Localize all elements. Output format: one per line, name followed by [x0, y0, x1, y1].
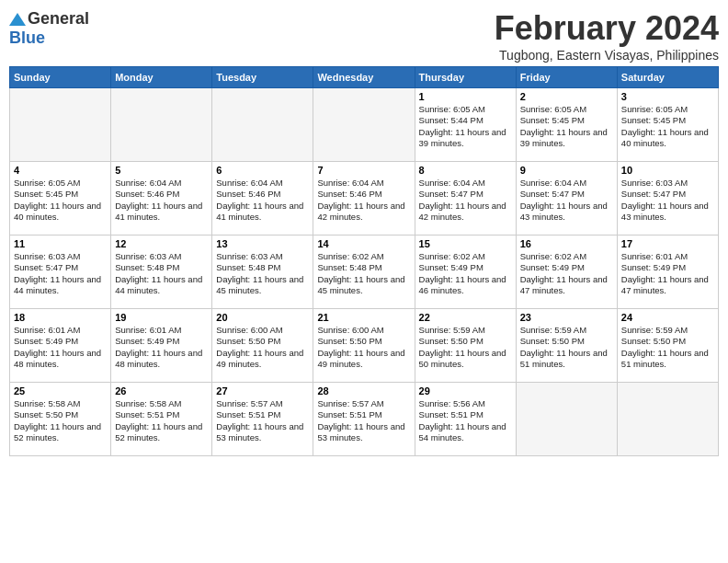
day-info: Sunrise: 5:58 AMSunset: 5:50 PMDaylight:… — [14, 398, 107, 443]
calendar-cell: 23Sunrise: 5:59 AMSunset: 5:50 PMDayligh… — [516, 309, 617, 383]
day-info: Sunrise: 6:04 AMSunset: 5:46 PMDaylight:… — [317, 178, 410, 223]
day-number: 9 — [520, 165, 613, 176]
calendar-cell — [111, 88, 212, 162]
day-number: 11 — [14, 238, 107, 249]
day-number: 20 — [216, 312, 309, 323]
calendar-cell: 25Sunrise: 5:58 AMSunset: 5:50 PMDayligh… — [10, 383, 111, 456]
day-number: 14 — [317, 238, 410, 249]
weekday-header-saturday: Saturday — [617, 67, 718, 88]
day-number: 29 — [419, 385, 512, 396]
day-info: Sunrise: 6:00 AMSunset: 5:50 PMDaylight:… — [317, 325, 410, 370]
day-info: Sunrise: 6:04 AMSunset: 5:46 PMDaylight:… — [115, 178, 208, 223]
calendar-cell: 14Sunrise: 6:02 AMSunset: 5:48 PMDayligh… — [313, 236, 415, 309]
day-number: 13 — [216, 238, 309, 249]
calendar-cell: 12Sunrise: 6:03 AMSunset: 5:48 PMDayligh… — [111, 236, 212, 309]
calendar-week-3: 11Sunrise: 6:03 AMSunset: 5:47 PMDayligh… — [10, 236, 719, 309]
day-number: 4 — [14, 165, 107, 176]
calendar-cell: 4Sunrise: 6:05 AMSunset: 5:45 PMDaylight… — [10, 162, 111, 236]
day-info: Sunrise: 6:03 AMSunset: 5:48 PMDaylight:… — [216, 251, 309, 296]
calendar-table: SundayMondayTuesdayWednesdayThursdayFrid… — [9, 66, 719, 456]
day-info: Sunrise: 5:57 AMSunset: 5:51 PMDaylight:… — [317, 398, 410, 443]
day-info: Sunrise: 6:04 AMSunset: 5:47 PMDaylight:… — [520, 178, 613, 223]
calendar-cell: 15Sunrise: 6:02 AMSunset: 5:49 PMDayligh… — [415, 236, 516, 309]
calendar-week-2: 4Sunrise: 6:05 AMSunset: 5:45 PMDaylight… — [10, 162, 719, 236]
day-number: 15 — [419, 238, 512, 249]
day-info: Sunrise: 5:58 AMSunset: 5:51 PMDaylight:… — [115, 398, 208, 443]
day-number: 3 — [621, 91, 714, 102]
day-number: 12 — [115, 238, 208, 249]
day-number: 16 — [520, 238, 613, 249]
day-number: 25 — [14, 385, 107, 396]
calendar-cell: 22Sunrise: 5:59 AMSunset: 5:50 PMDayligh… — [415, 309, 516, 383]
day-number: 1 — [419, 91, 512, 102]
day-number: 8 — [419, 165, 512, 176]
day-number: 2 — [520, 91, 613, 102]
day-number: 18 — [14, 312, 107, 323]
logo: General Blue — [9, 9, 89, 48]
day-number: 5 — [115, 165, 208, 176]
day-info: Sunrise: 6:02 AMSunset: 5:49 PMDaylight:… — [520, 251, 613, 296]
day-info: Sunrise: 5:57 AMSunset: 5:51 PMDaylight:… — [216, 398, 309, 443]
calendar-cell: 20Sunrise: 6:00 AMSunset: 5:50 PMDayligh… — [212, 309, 313, 383]
calendar-cell: 6Sunrise: 6:04 AMSunset: 5:46 PMDaylight… — [212, 162, 313, 236]
calendar-cell: 3Sunrise: 6:05 AMSunset: 5:45 PMDaylight… — [617, 88, 718, 162]
calendar-cell: 2Sunrise: 6:05 AMSunset: 5:45 PMDaylight… — [516, 88, 617, 162]
title-section: February 2024 Tugbong, Eastern Visayas, … — [495, 9, 719, 63]
calendar-cell: 5Sunrise: 6:04 AMSunset: 5:46 PMDaylight… — [111, 162, 212, 236]
logo-blue-text: Blue — [9, 29, 45, 48]
day-info: Sunrise: 6:01 AMSunset: 5:49 PMDaylight:… — [14, 325, 107, 370]
day-info: Sunrise: 5:59 AMSunset: 5:50 PMDaylight:… — [419, 325, 512, 370]
calendar-cell: 13Sunrise: 6:03 AMSunset: 5:48 PMDayligh… — [212, 236, 313, 309]
location-text: Tugbong, Eastern Visayas, Philippines — [495, 48, 719, 63]
calendar-cell: 11Sunrise: 6:03 AMSunset: 5:47 PMDayligh… — [10, 236, 111, 309]
calendar-cell: 10Sunrise: 6:03 AMSunset: 5:47 PMDayligh… — [617, 162, 718, 236]
day-number: 6 — [216, 165, 309, 176]
weekday-header-wednesday: Wednesday — [313, 67, 415, 88]
day-number: 24 — [621, 312, 714, 323]
day-info: Sunrise: 6:01 AMSunset: 5:49 PMDaylight:… — [621, 251, 714, 296]
day-info: Sunrise: 6:01 AMSunset: 5:49 PMDaylight:… — [115, 325, 208, 370]
day-number: 19 — [115, 312, 208, 323]
weekday-header-sunday: Sunday — [10, 67, 111, 88]
calendar-cell — [10, 88, 111, 162]
day-info: Sunrise: 5:56 AMSunset: 5:51 PMDaylight:… — [419, 398, 512, 443]
day-number: 21 — [317, 312, 410, 323]
calendar-cell: 1Sunrise: 6:05 AMSunset: 5:44 PMDaylight… — [415, 88, 516, 162]
weekday-header-monday: Monday — [111, 67, 212, 88]
day-number: 23 — [520, 312, 613, 323]
day-number: 17 — [621, 238, 714, 249]
calendar-cell — [313, 88, 415, 162]
day-info: Sunrise: 6:04 AMSunset: 5:47 PMDaylight:… — [419, 178, 512, 223]
day-number: 28 — [317, 385, 410, 396]
calendar-cell: 16Sunrise: 6:02 AMSunset: 5:49 PMDayligh… — [516, 236, 617, 309]
logo-general-text: General — [28, 9, 89, 29]
day-info: Sunrise: 6:05 AMSunset: 5:45 PMDaylight:… — [621, 104, 714, 149]
day-info: Sunrise: 6:03 AMSunset: 5:48 PMDaylight:… — [115, 251, 208, 296]
month-title: February 2024 — [495, 9, 719, 48]
weekday-header-friday: Friday — [516, 67, 617, 88]
day-info: Sunrise: 6:04 AMSunset: 5:46 PMDaylight:… — [216, 178, 309, 223]
logo-triangle-icon — [9, 13, 26, 26]
day-info: Sunrise: 6:03 AMSunset: 5:47 PMDaylight:… — [621, 178, 714, 223]
day-number: 7 — [317, 165, 410, 176]
day-info: Sunrise: 6:05 AMSunset: 5:45 PMDaylight:… — [14, 178, 107, 223]
calendar-cell: 21Sunrise: 6:00 AMSunset: 5:50 PMDayligh… — [313, 309, 415, 383]
page-header: General Blue February 2024 Tugbong, East… — [9, 9, 719, 63]
calendar-cell — [617, 383, 718, 456]
calendar-cell: 29Sunrise: 5:56 AMSunset: 5:51 PMDayligh… — [415, 383, 516, 456]
calendar-cell: 7Sunrise: 6:04 AMSunset: 5:46 PMDaylight… — [313, 162, 415, 236]
calendar-cell: 19Sunrise: 6:01 AMSunset: 5:49 PMDayligh… — [111, 309, 212, 383]
weekday-header-tuesday: Tuesday — [212, 67, 313, 88]
weekday-header-row: SundayMondayTuesdayWednesdayThursdayFrid… — [10, 67, 719, 88]
calendar-cell — [516, 383, 617, 456]
calendar-week-5: 25Sunrise: 5:58 AMSunset: 5:50 PMDayligh… — [10, 383, 719, 456]
day-info: Sunrise: 5:59 AMSunset: 5:50 PMDaylight:… — [520, 325, 613, 370]
day-info: Sunrise: 6:02 AMSunset: 5:49 PMDaylight:… — [419, 251, 512, 296]
calendar-week-1: 1Sunrise: 6:05 AMSunset: 5:44 PMDaylight… — [10, 88, 719, 162]
day-info: Sunrise: 6:02 AMSunset: 5:48 PMDaylight:… — [317, 251, 410, 296]
day-info: Sunrise: 5:59 AMSunset: 5:50 PMDaylight:… — [621, 325, 714, 370]
calendar-cell: 18Sunrise: 6:01 AMSunset: 5:49 PMDayligh… — [10, 309, 111, 383]
day-info: Sunrise: 6:05 AMSunset: 5:45 PMDaylight:… — [520, 104, 613, 149]
calendar-cell: 17Sunrise: 6:01 AMSunset: 5:49 PMDayligh… — [617, 236, 718, 309]
calendar-week-4: 18Sunrise: 6:01 AMSunset: 5:49 PMDayligh… — [10, 309, 719, 383]
